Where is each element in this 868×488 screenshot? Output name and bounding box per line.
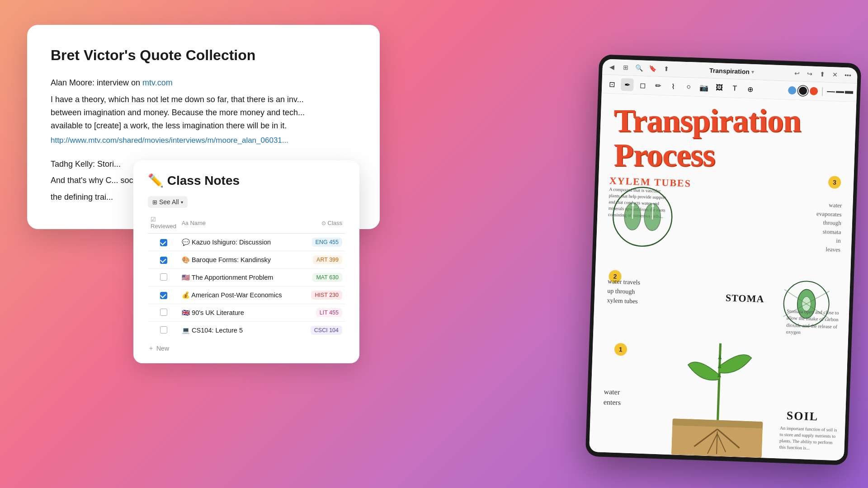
note-class-cell: ENG 455: [302, 234, 345, 251]
plant-stem-svg: [671, 319, 766, 458]
table-row: 💰 American Post-War Economics HIST 230: [148, 286, 345, 304]
stamp-tool-icon[interactable]: ⊕: [744, 82, 757, 95]
class-badge-eng: ENG 455: [312, 238, 342, 247]
quote1-link[interactable]: mtv.com: [142, 78, 173, 87]
tablet-content: TranspirationProcess XYLEM TUBES A compo…: [589, 93, 856, 460]
medium-line-option[interactable]: [836, 91, 844, 93]
text-tool-icon[interactable]: T: [728, 82, 741, 95]
checkbox-cell[interactable]: [148, 234, 179, 251]
export-icon[interactable]: ⬆: [817, 69, 828, 80]
checkbox-cell[interactable]: [148, 286, 179, 304]
checkbox-unchecked[interactable]: [160, 273, 167, 281]
checkbox-unchecked[interactable]: [160, 326, 167, 333]
step3-callout: 3: [828, 176, 841, 189]
search-icon[interactable]: 🔍: [634, 63, 644, 73]
close-icon[interactable]: ✕: [830, 70, 840, 80]
svg-line-5: [652, 206, 653, 219]
note-class-cell: MAT 630: [302, 269, 345, 286]
col-class: ⊙ Class: [302, 214, 345, 234]
sidebar-toggle-icon[interactable]: ⊡: [605, 78, 618, 91]
chevron-down-icon: ▾: [751, 69, 754, 75]
quote1-author-text: Alan Moore: interview on: [51, 78, 142, 87]
thin-line-option[interactable]: [827, 91, 835, 93]
pencil-tool-icon[interactable]: ✏: [651, 79, 665, 92]
plus-icon: ＋: [148, 344, 154, 352]
title-text: Transpiration: [709, 67, 750, 75]
shape-tool-icon[interactable]: ○: [682, 80, 695, 94]
col-reviewed: ☑ Reviewed: [148, 214, 179, 234]
undo-icon[interactable]: ↩: [792, 68, 802, 79]
bookmark-icon[interactable]: 🔖: [647, 63, 658, 74]
note-title: TranspirationProcess: [613, 104, 801, 172]
table-header-row: ☑ Reviewed Aa Name ⊙ Class: [148, 214, 345, 234]
table-row: 🇺🇸 The Apportionment Problem MAT 630: [148, 269, 345, 286]
table-row: 🎨 Baroque Forms: Kandinsky ART 399: [148, 251, 345, 269]
pen-tool-icon[interactable]: ✒: [621, 78, 634, 91]
thick-line-option[interactable]: [845, 91, 853, 94]
note-class-cell: ART 399: [302, 251, 345, 269]
svg-line-3: [632, 205, 633, 219]
tablet-screen: ◀ ⊞ 🔍 🔖 ⬆ Transpiration ▾ ↩ ↪ ⬆ ✕ ••• ⊡ …: [589, 59, 858, 460]
quote1-url[interactable]: http://www.mtv.com/shared/movies/intervi…: [51, 136, 356, 145]
soil-description: An important function of soil is to stor…: [779, 425, 839, 453]
checkbox-cell[interactable]: [148, 269, 179, 286]
checkbox-checked[interactable]: [160, 239, 167, 246]
checkbox-cell[interactable]: [148, 322, 179, 339]
chevron-down-icon: ▾: [181, 200, 183, 205]
note-name-cell[interactable]: 🇬🇧 90's UK Literature: [179, 304, 302, 322]
color-blue-dot[interactable]: [788, 86, 797, 95]
line-width-options: [827, 90, 853, 94]
see-all-button[interactable]: ⊞ See All ▾: [148, 196, 188, 208]
share-icon[interactable]: ⬆: [661, 64, 671, 74]
eraser-tool-icon[interactable]: ◻: [636, 79, 649, 92]
color-black-dot[interactable]: [799, 87, 807, 95]
checkbox-checked[interactable]: [160, 292, 167, 299]
topbar-right: ↩ ↪ ⬆ ✕ •••: [792, 68, 853, 80]
camera-tool-icon[interactable]: 📷: [698, 81, 711, 94]
class-badge-hist: HIST 230: [311, 291, 342, 300]
more-icon[interactable]: •••: [843, 70, 853, 80]
stoma-label: STOMA: [726, 292, 764, 305]
step1-callout: 1: [614, 343, 627, 356]
note-name-cell[interactable]: 💰 American Post-War Economics: [179, 286, 302, 304]
tablet-document-title: Transpiration ▾: [709, 67, 754, 75]
bret-quote1-author: Alan Moore: interview on mtv.com: [51, 76, 356, 89]
checkbox-cell[interactable]: [148, 304, 179, 322]
note-class-cell: HIST 230: [302, 286, 345, 304]
table-icon: ⊞: [152, 199, 157, 206]
class-badge-art: ART 399: [313, 255, 342, 264]
notes-table: ☑ Reviewed Aa Name ⊙ Class 💬 Kazuo Ishig…: [148, 214, 345, 339]
grid-icon[interactable]: ⊞: [620, 62, 631, 73]
water-travels-text: water travelsup throughxylem tubes: [607, 277, 640, 306]
color-red-dot[interactable]: [810, 87, 818, 95]
topbar-left: ◀ ⊞ 🔍 🔖 ⬆: [607, 62, 671, 74]
table-row: 💻 CS104: Lecture 5 CSCI 104: [148, 322, 345, 339]
note-name-cell[interactable]: 🎨 Baroque Forms: Kandinsky: [179, 251, 302, 269]
new-label: New: [156, 345, 169, 352]
soil-label: SOIL: [786, 409, 818, 423]
note-name-cell[interactable]: 🇺🇸 The Apportionment Problem: [179, 269, 302, 286]
image-tool-icon[interactable]: 🖼: [713, 81, 726, 94]
class-badge-mat: MAT 630: [312, 273, 342, 282]
lasso-tool-icon[interactable]: ⌇: [667, 80, 680, 93]
tablet-device: ◀ ⊞ 🔍 🔖 ⬆ Transpiration ▾ ↩ ↪ ⬆ ✕ ••• ⊡ …: [585, 54, 862, 465]
back-icon[interactable]: ◀: [607, 62, 617, 72]
new-note-button[interactable]: ＋ New: [148, 344, 169, 352]
class-badge-csci: CSCI 104: [311, 326, 342, 335]
note-name-cell[interactable]: 💻 CS104: Lecture 5: [179, 322, 302, 339]
xylem-circles-svg: [605, 182, 680, 252]
water-evaporates-text: waterevaporatesthroughstomatainleaves: [815, 200, 842, 254]
col-name: Aa Name: [179, 214, 302, 234]
svg-marker-20: [718, 355, 722, 359]
redo-icon[interactable]: ↪: [805, 69, 815, 79]
stoma-description: Stomata open and close to allow the inta…: [786, 308, 841, 338]
table-row: 💬 Kazuo Ishiguro: Discussion ENG 455: [148, 234, 345, 251]
class-notes-title: ✏️ Class Notes: [148, 173, 345, 188]
class-badge-lit: LIT 455: [316, 308, 342, 317]
checkbox-unchecked[interactable]: [160, 309, 167, 316]
checkbox-checked[interactable]: [160, 257, 167, 264]
table-row: 🇬🇧 90's UK Literature LIT 455: [148, 304, 345, 322]
svg-point-0: [612, 186, 673, 247]
checkbox-cell[interactable]: [148, 251, 179, 269]
note-name-cell[interactable]: 💬 Kazuo Ishiguro: Discussion: [179, 234, 302, 251]
